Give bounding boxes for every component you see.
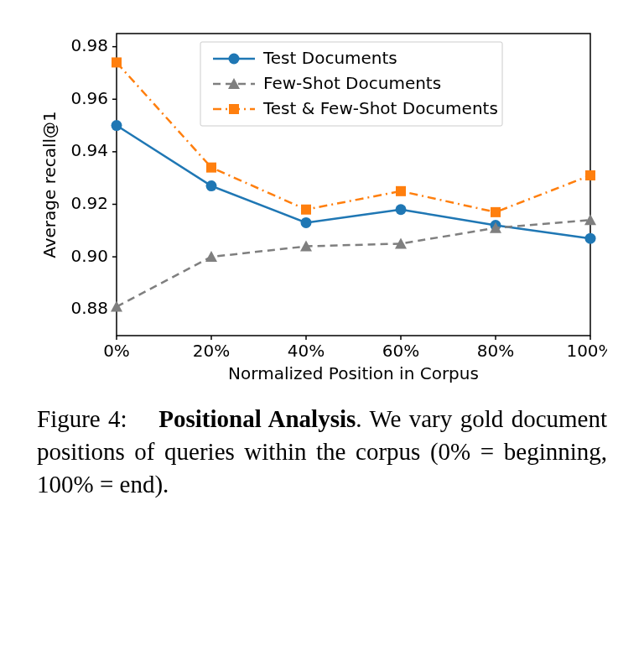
y-tick-label: 0.96 bbox=[70, 88, 108, 108]
x-axis-label: Normalized Position in Corpus bbox=[228, 363, 479, 383]
y-ticks: 0.88 0.90 0.92 0.94 0.96 0.98 bbox=[70, 35, 117, 318]
y-axis-label: Average recall@1 bbox=[39, 111, 60, 258]
svg-point-20 bbox=[301, 217, 312, 228]
svg-rect-14 bbox=[301, 205, 311, 215]
x-tick-label: 40% bbox=[288, 341, 325, 361]
svg-marker-24 bbox=[111, 301, 122, 312]
svg-rect-17 bbox=[585, 170, 595, 180]
line-chart: 0.88 0.90 0.92 0.94 0.96 0.98 0% 20% 40%… bbox=[37, 17, 607, 386]
x-tick-label: 80% bbox=[477, 341, 514, 361]
svg-rect-36 bbox=[229, 104, 239, 114]
x-tick-label: 60% bbox=[382, 341, 419, 361]
legend-label: Few-Shot Documents bbox=[263, 73, 441, 93]
y-tick-label: 0.92 bbox=[70, 193, 108, 213]
svg-rect-16 bbox=[491, 207, 501, 217]
x-tick-label: 20% bbox=[193, 341, 230, 361]
svg-point-19 bbox=[206, 180, 217, 191]
svg-point-23 bbox=[585, 233, 596, 244]
y-tick-label: 0.90 bbox=[70, 246, 108, 266]
figure-label: Figure 4: bbox=[37, 405, 127, 432]
legend-label: Test & Few-Shot Documents bbox=[262, 98, 498, 118]
x-tick-label: 100% bbox=[566, 341, 607, 361]
y-tick-label: 0.94 bbox=[70, 140, 108, 160]
svg-rect-12 bbox=[112, 57, 122, 67]
legend-label: Test Documents bbox=[262, 48, 397, 68]
svg-rect-15 bbox=[396, 186, 406, 196]
svg-point-21 bbox=[396, 204, 407, 215]
svg-marker-25 bbox=[205, 251, 217, 262]
svg-point-18 bbox=[112, 120, 122, 131]
y-tick-label: 0.98 bbox=[70, 35, 108, 55]
svg-point-32 bbox=[229, 54, 240, 65]
figure-caption: Figure 4: Positional Analysis. We vary g… bbox=[37, 403, 607, 501]
y-tick-label: 0.88 bbox=[70, 298, 108, 318]
svg-rect-13 bbox=[206, 163, 216, 173]
x-ticks: 0% 20% 40% 60% 80% 100% bbox=[103, 336, 607, 361]
chart-container: 0.88 0.90 0.92 0.94 0.96 0.98 0% 20% 40%… bbox=[37, 17, 607, 386]
figure-title: Positional Analysis bbox=[158, 405, 356, 432]
x-tick-label: 0% bbox=[103, 341, 130, 361]
legend: Test Documents Few-Shot Documents Test &… bbox=[200, 42, 502, 126]
